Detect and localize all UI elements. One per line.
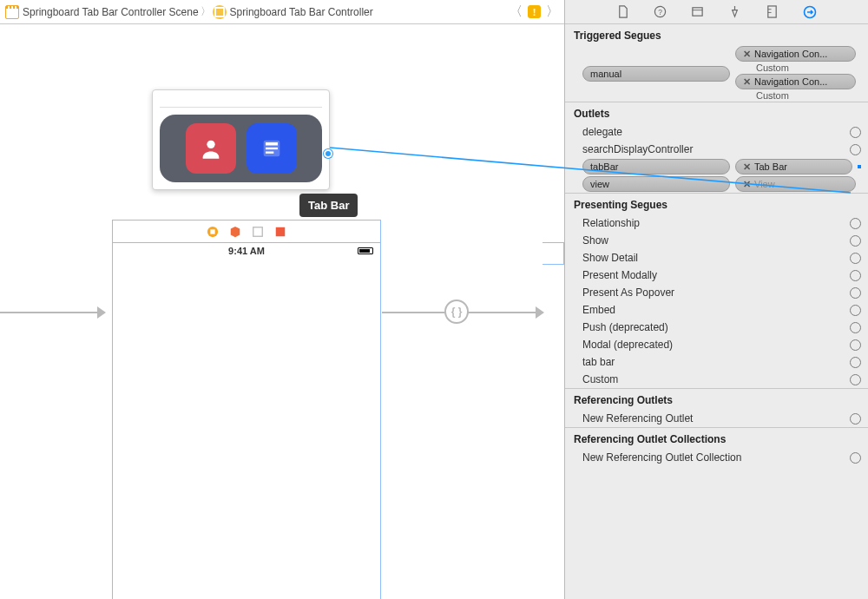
svg-rect-13 — [768, 6, 776, 17]
svg-rect-6 — [266, 142, 278, 146]
presenting-row[interactable]: Modal (deprecated) — [565, 336, 868, 353]
tab-bar[interactable] — [160, 115, 322, 182]
history-back-button[interactable]: 〈 — [510, 3, 523, 20]
segue-destination-pill[interactable]: ✕Navigation Con... — [735, 46, 856, 62]
storyboard-scene-icon — [5, 5, 19, 19]
size-inspector-tab-icon[interactable] — [766, 5, 779, 18]
tab-item-profile[interactable] — [186, 123, 236, 174]
presenting-row[interactable]: Show — [565, 232, 868, 249]
section-triggered-segues: Triggered Segues — [565, 24, 868, 45]
file-inspector-tab-icon[interactable] — [616, 5, 629, 18]
referencing-collection-row[interactable]: New Referencing Outlet Collection — [565, 449, 868, 466]
status-bar: 9:41 AM — [113, 243, 380, 259]
remove-connection-icon[interactable]: ✕ — [743, 76, 751, 88]
view-controller-icon — [213, 5, 227, 19]
outlet-well[interactable] — [850, 235, 861, 247]
segue-destination-pill[interactable]: ✕Navigation Con... — [735, 74, 856, 89]
outlet-well[interactable] — [850, 144, 861, 155]
tab-item-news[interactable] — [247, 123, 297, 174]
history-forward-button[interactable]: 〉 — [546, 3, 559, 20]
connections-inspector: ? Triggered Segues manual ✕Navigation Co… — [564, 0, 868, 599]
section-referencing-outlet-collections: Referencing Outlet Collections — [565, 427, 868, 449]
identity-inspector-tab-icon[interactable] — [691, 5, 704, 18]
svg-rect-1 — [210, 229, 214, 234]
outlet-well[interactable] — [850, 270, 861, 281]
svg-rect-2 — [253, 227, 263, 236]
svg-rect-3 — [276, 227, 286, 236]
breadcrumb: Springboard Tab Bar Controller Scene 〉 S… — [0, 0, 564, 24]
referencing-outlet-row[interactable]: New Referencing Outlet — [565, 410, 868, 427]
presenting-row[interactable]: tab bar — [565, 353, 868, 371]
outlet-well-active[interactable] — [858, 165, 861, 168]
triggered-segue-row: manual ✕Navigation Con... Custom ✕Naviga… — [565, 45, 868, 102]
outlet-well[interactable] — [850, 253, 861, 264]
svg-rect-11 — [693, 8, 702, 16]
presenting-row[interactable]: Show Detail — [565, 249, 868, 267]
connection-origin-handle[interactable] — [324, 149, 332, 158]
presenting-row[interactable]: Custom — [565, 371, 868, 388]
connections-inspector-tab-icon[interactable] — [803, 5, 817, 19]
storyboard-ref-dock-icon[interactable] — [274, 226, 286, 238]
first-responder-dock-icon[interactable] — [229, 226, 241, 238]
segue-source-pill[interactable]: manual — [582, 66, 730, 82]
outlet-well[interactable] — [850, 357, 861, 368]
outlet-well[interactable] — [850, 305, 861, 316]
outlet-well[interactable] — [850, 339, 861, 351]
element-tooltip: Tab Bar — [299, 194, 358, 217]
remove-connection-icon[interactable]: ✕ — [743, 49, 751, 60]
warning-badge-icon[interactable]: ! — [528, 5, 541, 18]
tab-bar-zoom-popover — [152, 89, 330, 190]
outlet-well[interactable] — [850, 127, 861, 138]
outlet-well[interactable] — [850, 322, 861, 333]
attributes-inspector-tab-icon[interactable] — [728, 5, 741, 18]
section-referencing-outlets: Referencing Outlets — [565, 388, 868, 410]
svg-rect-8 — [266, 152, 273, 154]
person-icon — [199, 136, 223, 161]
canvas-area[interactable]: Springboard Tab Bar Controller Scene 〉 S… — [0, 0, 564, 599]
outlet-row-search-display[interactable]: searchDisplayController — [565, 141, 868, 158]
outlet-row-delegate[interactable]: delegate — [565, 123, 868, 141]
svg-point-4 — [207, 141, 214, 148]
segue-kind: Custom — [735, 90, 861, 101]
presenting-row[interactable]: Relationship — [565, 214, 868, 232]
newspaper-icon — [260, 136, 284, 161]
presenting-row[interactable]: Present As Popover — [565, 284, 868, 301]
device-canvas[interactable]: 9:41 AM — [112, 242, 381, 599]
breadcrumb-controller[interactable]: Springboard Tab Bar Controller — [230, 6, 373, 18]
remove-connection-icon[interactable]: ✕ — [743, 179, 751, 190]
section-outlets: Outlets — [565, 102, 868, 123]
presenting-row[interactable]: Present Modally — [565, 267, 868, 284]
inspector-tab-bar: ? — [565, 0, 868, 24]
svg-text:?: ? — [658, 8, 662, 16]
svg-rect-7 — [266, 148, 278, 149]
adjacent-scene-peek — [542, 242, 564, 265]
outlet-well[interactable] — [850, 374, 861, 385]
remove-connection-icon[interactable]: ✕ — [743, 161, 751, 173]
segue-kind: Custom — [735, 63, 861, 73]
section-presenting-segues: Presenting Segues — [565, 193, 868, 214]
outlet-well[interactable] — [850, 218, 861, 229]
outlet-well[interactable] — [850, 287, 861, 299]
outlet-well[interactable] — [850, 413, 861, 425]
outlet-well[interactable] — [850, 452, 861, 464]
status-time: 9:41 AM — [228, 246, 265, 256]
exit-dock-icon[interactable] — [252, 226, 264, 238]
help-inspector-tab-icon[interactable]: ? — [654, 5, 667, 18]
scene-dock[interactable] — [112, 220, 381, 242]
outlet-row-view[interactable]: view ✕View — [565, 175, 868, 193]
presenting-row[interactable]: Push (deprecated) — [565, 319, 868, 336]
chevron-right-icon: 〉 — [201, 4, 211, 19]
segue-icon[interactable]: { } — [444, 300, 469, 324]
outlet-row-tabbar[interactable]: tabBar ✕Tab Bar — [565, 158, 868, 175]
battery-icon — [358, 247, 373, 254]
breadcrumb-scene[interactable]: Springboard Tab Bar Controller Scene — [23, 6, 199, 18]
presenting-row[interactable]: Embed — [565, 301, 868, 319]
view-controller-dock-icon[interactable] — [207, 226, 219, 238]
